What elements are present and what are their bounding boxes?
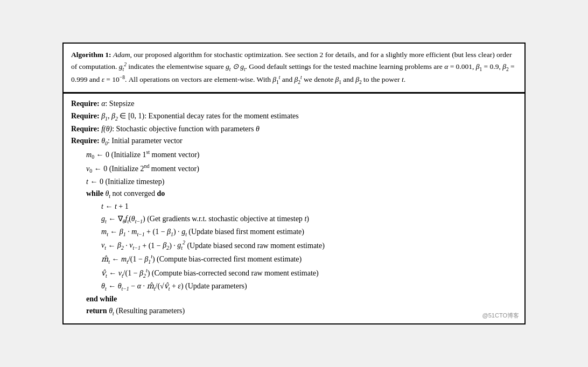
require-f: Require: f(θ): Stochastic objective func… [71, 123, 517, 135]
step-vt: vt ← β2 · vt−1 + (1 − β2) · gt2 (Update … [71, 239, 517, 252]
algorithm-title: Algorithm 1: [71, 51, 111, 59]
step-t-increment: t ← t + 1 [71, 201, 517, 213]
step-m0: m0 ← 0 (Initialize 1st moment vector) [71, 148, 517, 161]
while-statement: while θt not converged do [71, 188, 517, 200]
step-v0: v0 ← 0 (Initialize 2nd moment vector) [71, 162, 517, 175]
algorithm-header: Algorithm 1: Adam, our proposed algorith… [64, 44, 524, 93]
algorithm-container: Algorithm 1: Adam, our proposed algorith… [62, 43, 526, 325]
require-alpha: Require: α: Stepsize [71, 98, 517, 110]
return-statement: return θt (Resulting parameters) [71, 305, 517, 317]
require-theta0: Require: θ0: Initial parameter vector [71, 135, 517, 147]
step-vhat: v̂t ← vt/(1 − β2t) (Compute bias-correct… [71, 266, 517, 280]
require-betas: Require: β1, β2 ∈ [0, 1): Exponential de… [71, 110, 517, 123]
algorithm-name: Adam [113, 51, 130, 59]
algorithm-desc1: , our proposed algorithm for stochastic … [71, 51, 515, 83]
end-while: end while [71, 293, 517, 305]
algorithm-body: Require: α: Stepsize Require: β1, β2 ∈ [… [64, 94, 524, 323]
step-gradient: gt ← ∇θft(θt−1) (Get gradients w.r.t. st… [71, 213, 517, 225]
step-mhat: m̂t ← mt/(1 − β1t) (Compute bias-correct… [71, 252, 517, 266]
step-mt: mt ← β1 · mt−1 + (1 − β1) · gt (Update b… [71, 226, 517, 238]
copyright-text: @51CTO博客 [482, 311, 519, 320]
step-t0: t ← 0 (Initialize timestep) [71, 176, 517, 188]
step-theta-update: θt ← θt−1 − α · m̂t/(√v̂t + ε) (Update p… [71, 280, 517, 293]
